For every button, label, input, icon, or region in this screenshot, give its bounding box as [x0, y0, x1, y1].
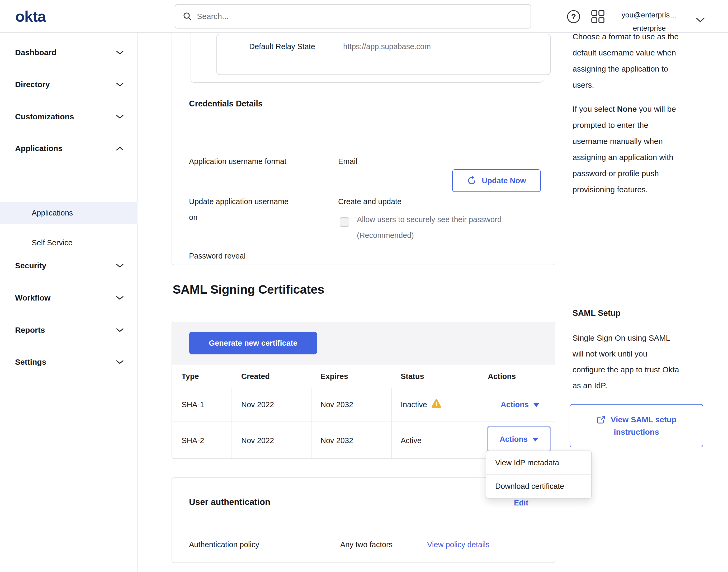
chevron-up-icon — [116, 147, 124, 150]
external-link-icon — [596, 415, 605, 424]
certificates-card-header: Generate new certificate — [172, 322, 555, 364]
table-row-sha1: SHA-1 Nov 2022 Nov 2032 Inactive ! Actio… — [172, 388, 555, 421]
sidebar-item-security[interactable]: Security — [0, 258, 137, 274]
auth-policy-label: Authentication policy — [189, 537, 259, 553]
column-divider — [312, 388, 312, 459]
auth-policy-value: Any two factors — [340, 537, 393, 553]
generate-certificate-button[interactable]: Generate new certificate — [189, 332, 317, 354]
sidebar-nav: Dashboard Directory Customizations Appli… — [0, 33, 138, 572]
cell-created: Nov 2022 — [241, 388, 274, 421]
cell-created: Nov 2022 — [241, 422, 274, 459]
caret-down-icon — [533, 438, 538, 441]
password-reveal-label: Password reveal — [189, 248, 245, 264]
cell-status: Inactive ! — [401, 388, 441, 421]
saml-certificates-heading: SAML Signing Certificates — [173, 282, 324, 297]
column-divider — [478, 388, 478, 459]
username-none-help-text: If you select None you will be prompted … — [573, 101, 720, 198]
chevron-down-icon — [116, 115, 124, 119]
sidebar-item-customizations[interactable]: Customizations — [0, 109, 137, 125]
sidebar-item-dashboard[interactable]: Dashboard — [0, 44, 137, 61]
svg-text:?: ? — [571, 12, 576, 21]
sidebar-item-directory[interactable]: Directory — [0, 76, 137, 93]
update-username-label: Update application username on — [189, 194, 289, 225]
chevron-down-icon — [116, 328, 124, 332]
relay-state-label: Default Relay State — [249, 42, 315, 51]
sidebar-item-reports[interactable]: Reports — [0, 322, 137, 338]
actions-menu: View IdP metadata Download certificate — [486, 450, 592, 499]
cell-type: SHA-1 — [182, 388, 204, 421]
search-input[interactable] — [197, 12, 514, 21]
chevron-down-icon — [116, 83, 124, 87]
user-email: you@enterpris… — [613, 8, 686, 22]
okta-logo[interactable]: okta — [15, 7, 46, 25]
chevron-down-icon — [116, 296, 124, 300]
cell-actions: Actions — [488, 388, 552, 421]
username-format-label: Application username format — [189, 153, 287, 169]
username-format-value: Email — [338, 153, 357, 169]
view-policy-details-link[interactable]: View policy details — [427, 537, 489, 553]
col-expires: Expires — [320, 364, 348, 388]
cell-expires: Nov 2032 — [320, 422, 353, 459]
search-icon — [183, 12, 192, 21]
chevron-down-icon — [116, 51, 124, 55]
col-created: Created — [241, 364, 270, 388]
view-saml-setup-instructions-button[interactable]: View SAML setup instructions — [570, 404, 703, 447]
cell-type: SHA-2 — [182, 422, 204, 459]
user-account-menu[interactable]: you@enterpris… enterprise — [613, 8, 686, 35]
col-actions: Actions — [488, 364, 516, 388]
global-search — [175, 4, 531, 28]
col-status: Status — [401, 364, 424, 388]
sign-on-settings-card: Default Relay State https://app.supabase… — [172, 33, 555, 265]
user-org: enterprise — [613, 22, 686, 35]
okta-admin-screen: okta ? you@enterpris… enterprise — [0, 0, 728, 572]
actions-dropdown-sha2-focused[interactable]: Actions — [487, 426, 551, 453]
svg-text:!: ! — [435, 401, 437, 407]
update-username-value: Create and update — [338, 194, 401, 209]
actions-dropdown-sha1[interactable]: Actions — [501, 400, 539, 409]
advanced-settings-box: Default Relay State https://app.supabase… — [190, 33, 543, 83]
credentials-details-heading: Credentials Details — [189, 99, 263, 109]
chevron-down-icon — [116, 264, 124, 268]
edit-link[interactable]: Edit — [514, 499, 529, 507]
user-authentication-heading: User authentication — [189, 497, 270, 507]
menu-item-download-certificate[interactable]: Download certificate — [486, 475, 591, 498]
col-type: Type — [182, 364, 199, 388]
help-icon[interactable]: ? — [566, 9, 581, 24]
certificates-table-header: Type Created Expires Status Actions — [172, 364, 555, 388]
refresh-icon — [467, 176, 476, 186]
chevron-down-icon[interactable] — [696, 17, 705, 23]
relay-state-box: Default Relay State https://app.supabase… — [217, 34, 551, 75]
saml-setup-text: Single Sign On using SAML will not work … — [573, 330, 720, 394]
password-reveal-checkbox[interactable] — [340, 217, 349, 227]
cell-expires: Nov 2032 — [320, 388, 353, 421]
username-format-help-text: Choose a format to use as the default us… — [573, 28, 720, 93]
top-bar: okta ? you@enterpris… enterprise — [0, 0, 728, 33]
chevron-down-icon — [116, 360, 124, 364]
menu-item-view-idp-metadata[interactable]: View IdP metadata — [486, 451, 591, 475]
apps-grid-icon[interactable] — [591, 9, 605, 24]
caret-down-icon — [534, 403, 539, 407]
sidebar-item-settings[interactable]: Settings — [0, 354, 137, 370]
update-now-button[interactable]: Update Now — [452, 169, 541, 192]
certificates-card: Generate new certificate Type Created Ex… — [172, 321, 555, 459]
cell-status: Active — [401, 422, 421, 459]
relay-state-value: https://app.supabase.com — [343, 42, 431, 51]
sidebar-item-workflow[interactable]: Workflow — [0, 290, 137, 306]
sidebar-item-applications[interactable]: Applications — [0, 140, 137, 157]
sidebar-subitem-applications-active[interactable]: Applications — [0, 202, 138, 224]
saml-setup-heading: SAML Setup — [573, 308, 621, 318]
column-divider — [391, 388, 392, 459]
column-divider — [232, 388, 232, 459]
password-reveal-description: Allow users to securely see their passwo… — [357, 212, 501, 243]
sidebar-subitem-self-service[interactable]: Self Service — [0, 234, 137, 251]
warning-icon: ! — [431, 399, 441, 408]
